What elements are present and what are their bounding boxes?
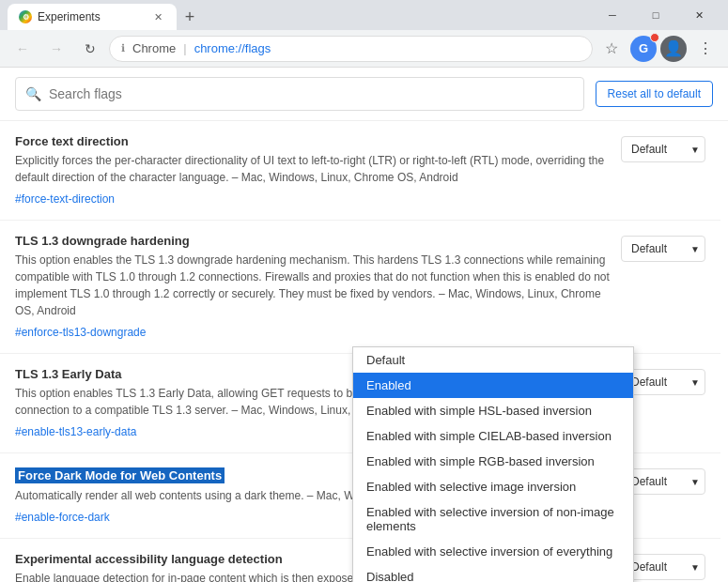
- flag-item-force-text-direction: Force text directionExplicitly forces th…: [0, 121, 720, 221]
- close-button[interactable]: ✕: [677, 0, 720, 30]
- dropdown-item-enabled-with-simple-cielab-based-inversion[interactable]: Enabled with simple CIELAB-based inversi…: [353, 423, 633, 449]
- refresh-button[interactable]: ↻: [75, 34, 105, 64]
- flag-desc-force-text-direction: Explicitly forces the per-character dire…: [15, 152, 610, 186]
- search-input[interactable]: [49, 86, 574, 101]
- flag-text-force-text-direction: Force text directionExplicitly forces th…: [15, 134, 610, 207]
- tab-bar: ⚙ Experiments ✕ +: [8, 0, 591, 30]
- browser-toolbar: ← → ↻ ℹ Chrome | chrome://flags ☆ G 👤 ⋮: [0, 30, 728, 68]
- flag-link-force-dark-mode[interactable]: #enable-force-dark: [15, 511, 110, 524]
- maximize-button[interactable]: □: [634, 0, 677, 30]
- bookmark-button[interactable]: ☆: [596, 34, 627, 64]
- avatar-notification-badge: [650, 33, 659, 42]
- search-icon: 🔍: [25, 86, 41, 101]
- address-chrome-label: Chrome: [132, 41, 176, 55]
- forward-button[interactable]: →: [41, 34, 71, 64]
- dropdown-item-enabled-with-simple-hsl-based-inversion[interactable]: Enabled with simple HSL-based inversion: [353, 398, 633, 423]
- minimize-button[interactable]: ─: [591, 0, 634, 30]
- flag-item-tls13-downgrade: TLS 1.3 downgrade hardeningThis option e…: [0, 221, 720, 354]
- flag-link-force-text-direction[interactable]: #force-text-direction: [15, 192, 115, 206]
- flags-content: Force text directionExplicitly forces th…: [0, 121, 728, 582]
- flag-title-tls13-downgrade: TLS 1.3 downgrade hardening: [15, 234, 610, 248]
- flag-desc-tls13-downgrade: This option enables the TLS 1.3 downgrad…: [15, 252, 610, 319]
- titlebar: ⚙ Experiments ✕ + ─ □ ✕: [0, 0, 728, 30]
- reset-all-button[interactable]: Reset all to default: [596, 81, 713, 107]
- dropdown-item-default[interactable]: Default: [353, 347, 633, 373]
- search-input-wrap: 🔍: [15, 77, 584, 111]
- address-url: chrome://flags: [194, 41, 271, 55]
- flag-text-tls13-downgrade: TLS 1.3 downgrade hardeningThis option e…: [15, 234, 610, 340]
- flag-link-tls13-downgrade[interactable]: #enforce-tls13-downgrade: [15, 326, 146, 339]
- tab-label: Experiments: [38, 10, 101, 23]
- new-tab-button[interactable]: +: [177, 4, 203, 30]
- tab-close-button[interactable]: ✕: [150, 9, 165, 24]
- account-button[interactable]: 👤: [660, 36, 687, 62]
- profile-avatar[interactable]: G: [630, 36, 657, 62]
- flag-link-tls13-early-data[interactable]: #enable-tls13-early-data: [15, 425, 136, 438]
- dropdown-item-disabled[interactable]: Disabled: [353, 564, 633, 582]
- dropdown-item-enabled-with-simple-rgb-based-inversion[interactable]: Enabled with simple RGB-based inversion: [353, 449, 633, 474]
- search-flags-bar: 🔍 Reset all to default: [0, 68, 728, 121]
- dropdown-item-enabled[interactable]: Enabled: [353, 373, 633, 398]
- dropdown-item-enabled-with-selective-inversion-of-non-image-elements[interactable]: Enabled with selective inversion of non-…: [353, 499, 633, 539]
- back-button[interactable]: ←: [8, 34, 38, 64]
- tab-favicon: ⚙: [19, 10, 32, 23]
- dropdown-item-enabled-with-selective-image-inversion[interactable]: Enabled with selective image inversion: [353, 474, 633, 499]
- address-separator: |: [183, 41, 186, 55]
- flag-title-force-dark-mode: Force Dark Mode for Web Contents: [15, 467, 225, 483]
- lock-icon: ℹ: [121, 42, 125, 54]
- flag-control-force-text-direction: Default▼: [621, 134, 705, 162]
- address-bar[interactable]: ℹ Chrome | chrome://flags: [109, 36, 593, 62]
- active-tab[interactable]: ⚙ Experiments ✕: [8, 4, 177, 30]
- window-controls: ─ □ ✕: [591, 0, 720, 30]
- flag-control-tls13-downgrade: Default▼: [621, 234, 705, 262]
- force-dark-dropdown: DefaultEnabledEnabled with simple HSL-ba…: [352, 346, 634, 582]
- flag-select-tls13-downgrade[interactable]: Default: [621, 236, 705, 262]
- toolbar-right: ☆ G 👤 ⋮: [596, 34, 720, 64]
- flag-title-force-text-direction: Force text direction: [15, 134, 610, 148]
- menu-button[interactable]: ⋮: [690, 34, 720, 64]
- dropdown-item-enabled-with-selective-inversion-of-everything[interactable]: Enabled with selective inversion of ever…: [353, 539, 633, 564]
- flag-select-force-text-direction[interactable]: Default: [621, 136, 705, 162]
